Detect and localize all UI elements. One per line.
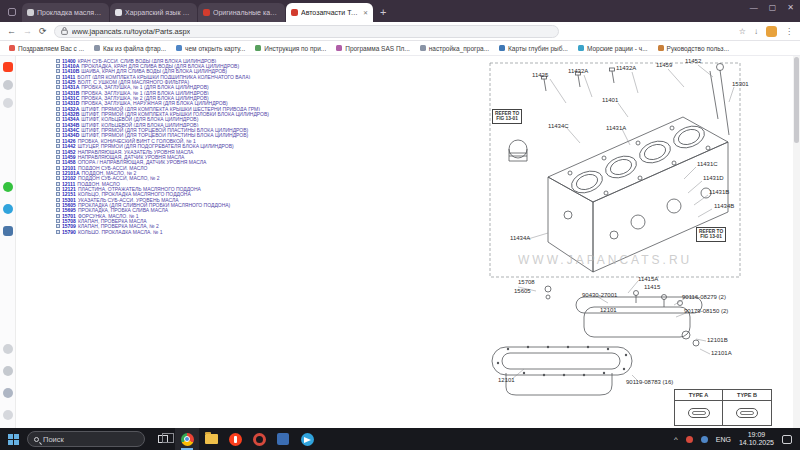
diagram-part-label[interactable]: 90430-27001 [582, 292, 617, 298]
profile-avatar[interactable] [766, 26, 777, 37]
address-bar[interactable]: www.japancats.ru/toyota/Parts.aspx [54, 25, 559, 38]
part-number-link[interactable]: 15790 [62, 229, 76, 234]
bookmark-item[interactable]: Как из файла фтар... [94, 45, 166, 52]
diagram-part-label[interactable]: 11452 [685, 58, 701, 64]
browser-menu-icon[interactable] [8, 8, 16, 16]
diagram-part-label[interactable]: 11434C [548, 123, 569, 129]
part-description-link[interactable]: КОЛЬЦО, ПРОКЛАДКА МАСЛА, № 1 [78, 229, 163, 234]
close-tab-icon[interactable]: ✕ [363, 9, 368, 16]
part-diagram-icon [56, 101, 60, 105]
vk-icon[interactable] [3, 226, 13, 236]
forward-button[interactable]: → [23, 27, 32, 36]
whatsapp-icon[interactable] [3, 182, 13, 192]
reload-button[interactable]: ⟳ [39, 27, 47, 36]
diagram-part-label[interactable]: 12101A [711, 350, 732, 356]
minimize-button[interactable]: — [750, 3, 758, 12]
diagram-part-label[interactable]: 11431C [697, 161, 718, 167]
part-diagram-icon [56, 171, 60, 175]
clock-date: 14.10.2025 [739, 439, 774, 447]
file-explorer-button[interactable] [199, 428, 223, 450]
bookmark-label: настройка_програ... [429, 45, 489, 52]
engine-block-drawing [488, 57, 788, 428]
yandex-logo-icon[interactable] [3, 62, 13, 72]
tab-2[interactable]: Харрапский язык что мы... [110, 3, 197, 22]
diagram-part-label[interactable]: 15301 [732, 81, 749, 87]
panel-icon[interactable] [3, 80, 13, 90]
tab-3[interactable]: Оригинальные каталоги ... [198, 3, 285, 22]
blue-app-icon [277, 433, 289, 445]
panel-icon[interactable] [3, 410, 13, 420]
bookmark-item[interactable]: Программа SAS Пл... [336, 45, 410, 52]
new-tab-button[interactable]: + [380, 6, 386, 18]
start-button[interactable] [8, 434, 19, 445]
office-app-button[interactable] [271, 428, 295, 450]
taskbar-clock[interactable]: 19:09 14.10.2025 [739, 431, 774, 447]
panel-icon[interactable] [3, 366, 13, 376]
diagram-part-label[interactable]: 11432A [568, 68, 588, 74]
diagram-part-label[interactable]: 11431A [606, 125, 626, 131]
diagram-part-label[interactable]: 90116-08279 (2) [682, 294, 726, 300]
bookmark-item[interactable]: Поздравляем Вас с ... [9, 45, 84, 52]
downloads-icon[interactable]: ↓ [754, 27, 758, 36]
diagram-part-label[interactable]: 15605 [514, 288, 531, 294]
close-button[interactable]: ✕ [787, 3, 794, 12]
panel-icon[interactable] [3, 98, 13, 108]
bookmark-item[interactable]: Морские рации - ч... [578, 45, 648, 52]
language-indicator[interactable]: ENG [716, 436, 731, 443]
diagram-part-label[interactable]: 11434A [510, 235, 530, 241]
bookmark-favicon [499, 45, 505, 51]
notification-center-icon[interactable] [782, 435, 792, 444]
diagram-part-label[interactable]: 11431B [709, 189, 729, 195]
telegram-app-button[interactable] [295, 428, 319, 450]
diagram-part-label[interactable]: 12101 [600, 307, 617, 313]
bookmark-item[interactable]: Карты глубин рыб... [499, 45, 568, 52]
yandex-browser-button[interactable] [223, 428, 247, 450]
diagram-part-label[interactable]: 11432A [616, 65, 636, 71]
tab-1[interactable]: Прокладка масляного н... [22, 3, 109, 22]
diagram-part-label[interactable]: 11434B [714, 203, 734, 209]
taskbar-search[interactable]: Поиск [27, 431, 145, 447]
telegram-icon[interactable] [3, 204, 13, 214]
bookmark-label: Поздравляем Вас с ... [18, 45, 84, 52]
maximize-button[interactable]: ▢ [769, 3, 777, 12]
bookmark-item[interactable]: настройка_програ... [420, 45, 489, 52]
tray-expand-icon[interactable]: ^ [674, 435, 678, 444]
diagram-part-label[interactable]: 11401 [602, 97, 618, 103]
bookmark-item[interactable]: Руководство польз... [658, 45, 729, 52]
bookmark-favicon [9, 45, 15, 51]
diagram-part-label[interactable]: 11415A [638, 276, 658, 282]
diagram-part-label[interactable]: 11415 [644, 284, 660, 290]
diagram-part-label[interactable]: 12101 [498, 377, 515, 383]
tray-app-icon[interactable] [701, 436, 708, 443]
tab-active-japancats[interactable]: Автозапчасти Toyota ✕ [286, 3, 373, 22]
tray-app-icon[interactable] [686, 436, 693, 443]
part-diagram-icon [56, 64, 60, 68]
diagram-part-label[interactable]: 11459 [656, 62, 672, 68]
task-view-button[interactable] [151, 428, 175, 450]
diagram-part-label[interactable]: 15708 [518, 279, 535, 285]
bookmark-item[interactable]: чем открыть карту... [176, 45, 245, 52]
opera-app-button[interactable] [247, 428, 271, 450]
diagram-part-label[interactable]: 11425 [532, 72, 548, 78]
part-diagram-icon [56, 85, 60, 89]
browser-app-button[interactable] [175, 428, 199, 450]
part-diagram-icon [56, 166, 60, 170]
part-diagram-icon [56, 112, 60, 116]
back-button[interactable]: ← [7, 27, 16, 36]
bookmark-star-icon[interactable]: ☆ [739, 27, 746, 36]
panel-icon[interactable] [3, 344, 13, 354]
diagram-part-label[interactable]: 90179-08150 (2) [684, 308, 728, 314]
yandex-icon [229, 433, 242, 446]
part-diagram-icon [56, 128, 60, 132]
page-scrollbar[interactable] [793, 56, 800, 428]
bookmark-item[interactable]: Инструкция по при... [255, 45, 326, 52]
diagram-part-label[interactable]: 90119-08783 (16) [626, 379, 673, 385]
scrollbar-thumb[interactable] [794, 57, 799, 143]
panel-icon[interactable] [3, 388, 13, 398]
bookmark-label: Карты глубин рыб... [508, 45, 568, 52]
diagram-part-label[interactable]: 11431D [703, 175, 724, 181]
browser-titlebar: Прокладка масляного н... Харрапский язык… [0, 0, 800, 22]
diagram-part-label[interactable]: 12101B [707, 337, 728, 343]
browser-menu-dots-icon[interactable]: ⋮ [785, 27, 793, 36]
parts-list-item[interactable]: 15790 КОЛЬЦО, ПРОКЛАДКА МАСЛА, № 1 [56, 229, 466, 234]
